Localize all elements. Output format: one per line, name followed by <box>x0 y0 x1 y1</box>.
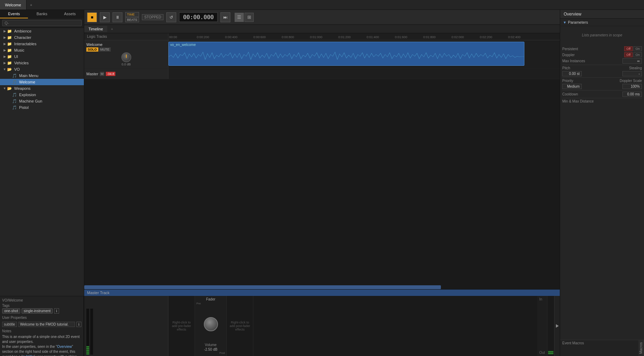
loop-button[interactable]: ↺ <box>166 12 176 22</box>
sidebar-item-ambience[interactable]: ▶ 📁 Ambience <box>0 28 84 34</box>
sidebar-item-ui[interactable]: ▶ 📁 UI <box>0 53 84 60</box>
priority-doppler-scale-row: Priority Doppler Scale <box>562 79 642 83</box>
fader-channel: Fader Pre Volume -2.50 dB Post <box>195 296 227 356</box>
doppler-off-button[interactable]: Off <box>624 52 633 57</box>
empty-tracks-area <box>84 79 560 285</box>
vu-meter-right-panel <box>547 296 554 356</box>
persistent-off-button[interactable]: Off <box>624 46 633 51</box>
sidebar-item-music[interactable]: ▶ 📁 Music <box>0 47 84 53</box>
svg-text:0:00:800: 0:00:800 <box>282 35 294 39</box>
sidebar-item-pistol[interactable]: ▶ 🎵 Pistol <box>0 104 84 111</box>
min-max-distance-row: Min & Max Distance <box>562 99 642 103</box>
user-prop-key[interactable]: subtitle <box>2 322 17 327</box>
sidebar-item-explosion[interactable]: ▶ 🎵 Explosion <box>0 92 84 98</box>
folder-open-icon: 📂 <box>7 67 13 71</box>
sidebar-tab-banks[interactable]: Banks <box>28 10 56 18</box>
stealing-value[interactable]: - <box>622 71 642 76</box>
doppler-toggles: Off On <box>624 52 642 57</box>
mixer-play-button[interactable] <box>556 324 559 328</box>
top-tab-bar: Welcome + <box>0 0 644 10</box>
track-name: Welcome <box>86 42 166 47</box>
time-mode-beats[interactable]: BEATS <box>125 17 139 22</box>
master-label: Master <box>86 72 98 76</box>
persistent-label: Persistent <box>562 47 578 51</box>
stop-button[interactable]: ■ <box>87 12 97 22</box>
sidebar-item-vo[interactable]: ▼ 📂 VO <box>0 66 84 72</box>
persistent-on-button[interactable]: On <box>633 46 642 51</box>
sidebar-item-label: Machine Gun <box>19 99 42 103</box>
waveform <box>169 49 524 64</box>
divider-1 <box>562 65 642 65</box>
chevron-right-icon: ▶ <box>2 42 7 46</box>
track-content-welcome[interactable]: vo_en_welcome <box>168 40 560 68</box>
sidebar-item-vehicles[interactable]: ▶ 📁 Vehicles <box>0 60 84 66</box>
divider-3 <box>562 90 642 91</box>
parameters-header[interactable]: ▼ Parameters <box>560 19 644 26</box>
sidebar-item-weapons[interactable]: ▼ 📂 Weapons <box>0 85 84 92</box>
master-m-button[interactable]: M <box>100 72 105 76</box>
tag-single-instrument[interactable]: single-instrument <box>22 308 53 314</box>
volume-knob-label: 0.0 dB <box>121 63 131 66</box>
doppler-scale-value[interactable]: 100% <box>622 84 642 89</box>
divider-4 <box>562 98 642 98</box>
folder-icon: 📁 <box>7 29 13 33</box>
tab-timeline[interactable]: Timeline <box>84 26 107 32</box>
sidebar-item-character[interactable]: ▶ 📁 Character <box>0 34 84 41</box>
user-prop-value[interactable]: Welcome to the FMOD tutorial. <box>18 322 75 327</box>
doppler-on-button[interactable]: On <box>633 52 642 57</box>
tracks-area: Logic Tracks 00:00 0:00:200 0:00:400 0:0… <box>84 33 560 290</box>
volume-knob[interactable] <box>121 52 131 62</box>
sidebar-item-welcome[interactable]: ▶ 🎵 Welcome <box>0 79 84 85</box>
max-instances-value[interactable]: ∞ <box>622 58 642 64</box>
pitch-label: Pitch <box>562 66 570 70</box>
sidebar-tab-assets[interactable]: Assets <box>56 10 84 18</box>
pre-fader-label: Right-click to add pre-fader effects <box>170 321 193 331</box>
doppler-row: Doppler Off On <box>562 52 642 57</box>
sidebar-item-main-menu[interactable]: ▶ 🎵 Main Menu <box>0 72 84 79</box>
cooldown-value[interactable]: 0.00 ms <box>622 92 642 97</box>
priority-value[interactable]: Medium <box>562 84 582 89</box>
pre-fader-zone[interactable]: Right-click to add pre-fader effects <box>168 296 195 356</box>
add-tab-button[interactable]: + <box>27 1 36 8</box>
add-tag-button[interactable]: ℹ <box>54 308 59 314</box>
audio-clip[interactable]: vo_en_welcome <box>168 42 524 66</box>
svg-text:0:02:200: 0:02:200 <box>480 35 492 39</box>
list-view-button[interactable]: ☰ <box>235 13 244 22</box>
post-fader-zone[interactable]: Right-click to add post-fader effects <box>227 296 253 356</box>
edit-user-prop-icon[interactable]: ℹ <box>76 322 81 327</box>
add-timeline-tab-button[interactable]: + <box>107 26 116 32</box>
search-input[interactable] <box>2 20 82 26</box>
tag-one-shot[interactable]: one-shot <box>2 308 20 314</box>
pitch-value[interactable]: 0.00 st <box>562 71 582 76</box>
sidebar-item-label: Explosion <box>19 93 36 97</box>
sidebar-tab-events[interactable]: Events <box>0 10 28 18</box>
macros-tab[interactable]: Macros <box>638 340 644 356</box>
in-label: In <box>539 297 545 301</box>
tags-row: one-shot single-instrument ℹ <box>2 308 81 314</box>
divider-2 <box>562 77 642 78</box>
play-button[interactable]: ▶ <box>100 12 110 22</box>
volume-knob-container: 0.0 dB <box>86 52 166 66</box>
scroll-thumb[interactable] <box>84 285 441 289</box>
event-icon: 🎵 <box>12 93 18 97</box>
master-track-bar: Master Track <box>84 290 560 296</box>
solo-button[interactable]: SOLO <box>86 47 98 52</box>
mute-button[interactable]: MUTE <box>99 47 111 52</box>
time-mode-time[interactable]: TIME <box>125 12 139 17</box>
jump-button[interactable]: ⏭ <box>220 12 230 22</box>
mixer-empty <box>253 296 537 356</box>
svg-text:0:00:600: 0:00:600 <box>253 35 266 39</box>
fader-post-label: Post <box>219 351 225 355</box>
grid-view-button[interactable]: ⊞ <box>245 13 254 22</box>
sidebar-item-interactables[interactable]: ▶ 📁 Interactables <box>0 41 84 47</box>
pause-button[interactable]: ⏸ <box>113 12 122 22</box>
doppler-label: Doppler <box>562 53 575 57</box>
scroll-bar[interactable] <box>84 285 560 290</box>
tab-welcome[interactable]: Welcome <box>0 0 27 10</box>
sidebar-item-machine-gun[interactable]: ▶ 🎵 Machine Gun <box>0 98 84 104</box>
folder-icon: 📁 <box>7 42 13 46</box>
sidebar-tabs: Events Banks Assets <box>0 10 84 18</box>
master-level-badge: -34.8 <box>106 72 115 76</box>
fader-knob[interactable] <box>204 317 218 331</box>
mixer-play-section <box>554 296 560 356</box>
